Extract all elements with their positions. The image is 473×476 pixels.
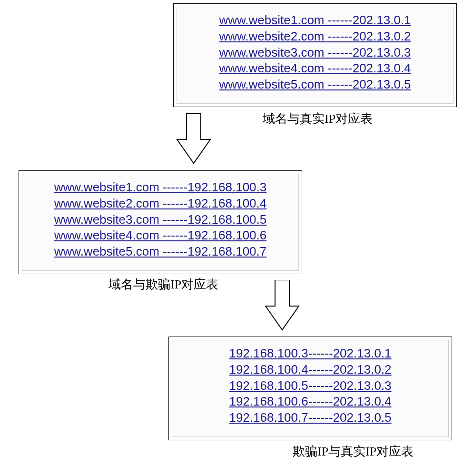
- domain-spoof-ip-row: www.website3.com ------192.168.100.5: [54, 212, 267, 228]
- domain-real-ip-row: www.website2.com ------202.13.0.2: [219, 29, 411, 45]
- domain-spoof-ip-row: www.website4.com ------192.168.100.6: [54, 228, 267, 244]
- domain-spoof-ip-row: www.website2.com ------192.168.100.4: [54, 196, 267, 212]
- spoof-ip-real-ip-row: 192.168.100.7------202.13.0.5: [229, 410, 391, 426]
- domain-spoof-ip-row: www.website1.com ------192.168.100.3: [54, 179, 267, 196]
- caption-spoof-ip-real-ip: 欺骗IP与真实IP对应表: [293, 443, 414, 460]
- spoof-ip-real-ip-row: 192.168.100.6------202.13.0.4: [229, 394, 391, 410]
- caption-domain-real-ip: 域名与真实IP对应表: [263, 110, 373, 127]
- domain-real-ip-row: www.website1.com ------202.13.0.1: [219, 12, 411, 29]
- arrow-down-2: [263, 280, 301, 332]
- arrow-down-1: [175, 113, 213, 166]
- domain-spoof-ip-row: www.website5.com ------192.168.100.7: [54, 244, 267, 260]
- domain-real-ip-row: www.website3.com ------202.13.0.3: [219, 45, 411, 61]
- domain-real-ip-row: www.website4.com ------202.13.0.4: [219, 60, 411, 77]
- caption-domain-spoof-ip: 域名与欺骗IP对应表: [108, 276, 218, 293]
- domain-real-ip-row: www.website5.com ------202.13.0.5: [219, 77, 411, 93]
- spoof-ip-real-ip-row: 192.168.100.5------202.13.0.3: [229, 378, 391, 394]
- spoof-ip-real-ip-row: 192.168.100.3------202.13.0.1: [229, 346, 391, 362]
- spoof-ip-real-ip-row: 192.168.100.4------202.13.0.2: [229, 362, 391, 378]
- domain-real-ip-table: www.website1.com ------202.13.0.1www.web…: [173, 3, 457, 107]
- domain-spoof-ip-table: www.website1.com ------192.168.100.3www.…: [19, 170, 302, 274]
- spoof-ip-real-ip-table: 192.168.100.3------202.13.0.1192.168.100…: [168, 337, 452, 440]
